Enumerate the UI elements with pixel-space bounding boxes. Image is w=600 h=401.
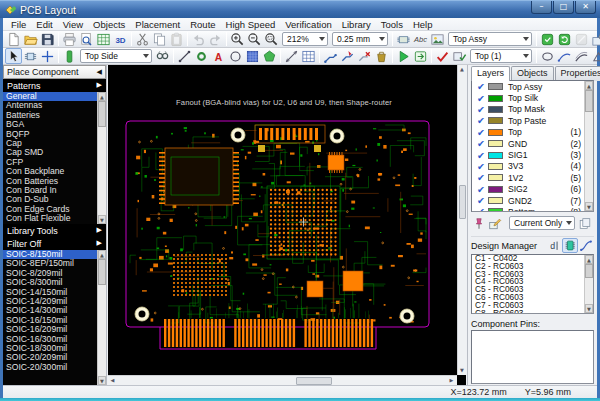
- titles-sheet-button[interactable]: [95, 31, 112, 47]
- layers-list[interactable]: ✔Top Assy✔Top Silk✔Top Mask✔Top Paste✔To…: [471, 80, 594, 212]
- expand-right-icon[interactable]: ▶: [97, 82, 102, 89]
- compare-button[interactable]: [451, 48, 468, 64]
- tab-layers[interactable]: Layers: [471, 66, 510, 81]
- layer-color-swatch[interactable]: [488, 208, 503, 212]
- scroll-down-icon[interactable]: ▼: [458, 366, 466, 375]
- layer-visible-check[interactable]: ✔: [474, 127, 488, 138]
- cut-button[interactable]: [134, 31, 151, 47]
- layer-row[interactable]: ✔GND(2): [472, 138, 593, 149]
- save-button[interactable]: [39, 31, 56, 47]
- dm-components-button[interactable]: [562, 238, 578, 253]
- scroll-up-icon[interactable]: ▲: [98, 250, 106, 259]
- menu-route[interactable]: Route: [185, 18, 220, 31]
- patterns-header[interactable]: Patterns ▶: [3, 79, 106, 92]
- footprints-list[interactable]: SOIC-8/150milSOIC-8EP/150milSOIC-8/209mi…: [3, 250, 106, 385]
- expand-right-icon[interactable]: ▶: [97, 227, 102, 234]
- layer-visible-check[interactable]: ✔: [474, 93, 488, 104]
- slope-button[interactable]: [590, 48, 600, 64]
- close-button[interactable]: ✕: [575, 1, 596, 14]
- layer-visible-check[interactable]: ✔: [474, 115, 488, 126]
- filter-header[interactable]: Filter Off ▶: [3, 237, 106, 250]
- layer-row[interactable]: ✔Top Silk: [472, 92, 593, 103]
- layer-row[interactable]: ✔GND2(7): [472, 195, 593, 206]
- text-tool-button[interactable]: A: [210, 48, 227, 64]
- array-tool-button[interactable]: [300, 48, 317, 64]
- layer-color-swatch[interactable]: [488, 152, 503, 159]
- smooth-all-button[interactable]: [573, 48, 590, 64]
- layer-color-swatch[interactable]: [488, 117, 503, 124]
- unroute-button[interactable]: [356, 48, 373, 64]
- verification-button[interactable]: [434, 48, 451, 64]
- scroll-down-icon[interactable]: ▼: [585, 304, 593, 313]
- canvas-vertical-scrollbar[interactable]: ▲ ▼: [457, 65, 466, 375]
- scroll-down-icon[interactable]: ▼: [98, 215, 106, 224]
- layer-visible-check[interactable]: ✔: [474, 104, 488, 115]
- line-tool-button[interactable]: [176, 48, 193, 64]
- picture-button[interactable]: [429, 31, 446, 47]
- new-button[interactable]: [5, 31, 22, 47]
- layer-edit-button[interactable]: [487, 216, 503, 231]
- smooth-trace-button[interactable]: [556, 48, 573, 64]
- view-3d-button[interactable]: 3D: [112, 31, 129, 47]
- tab-objects[interactable]: Objects: [511, 66, 554, 81]
- route-layer-select[interactable]: Top (1): [470, 49, 532, 63]
- scroll-down-icon[interactable]: ▼: [585, 202, 593, 211]
- scroll-left-icon[interactable]: ◀: [108, 376, 117, 385]
- layer-color-swatch[interactable]: [488, 106, 503, 113]
- list-scrollbar[interactable]: ▲▼: [97, 92, 106, 224]
- scroll-up-icon[interactable]: ▲: [98, 92, 106, 101]
- layer-visible-check[interactable]: ✔: [474, 206, 488, 212]
- layers-scrollbar[interactable]: ▲▼: [584, 81, 593, 211]
- circle-tool-button[interactable]: [227, 48, 244, 64]
- route-trace-button[interactable]: [322, 48, 339, 64]
- layer-row[interactable]: ✔Top Mask: [472, 104, 593, 115]
- board-side-select[interactable]: Top Side: [80, 49, 152, 63]
- zoom-in-button[interactable]: [229, 31, 246, 47]
- origin-tool-button[interactable]: [39, 48, 56, 64]
- title-bar[interactable]: PCB Layout – □ ✕: [0, 0, 600, 18]
- layer-row[interactable]: ✔SIG1(3): [472, 149, 593, 160]
- minimize-button[interactable]: –: [531, 1, 552, 14]
- grid-size-select[interactable]: 0.25 mm: [332, 32, 388, 46]
- scroll-up-icon[interactable]: ▲: [585, 81, 593, 90]
- layer-visible-check[interactable]: ✔: [474, 184, 488, 195]
- print-preview-button[interactable]: [78, 31, 95, 47]
- scroll-thumb[interactable]: [585, 264, 593, 278]
- polygon-tool-button[interactable]: [261, 48, 278, 64]
- zoom-window-button[interactable]: [263, 31, 280, 47]
- menu-placement[interactable]: Placement: [130, 18, 185, 31]
- layer-color-swatch[interactable]: [488, 140, 503, 147]
- layer-row[interactable]: ✔Bottom(8): [472, 206, 593, 212]
- layer-color-swatch[interactable]: [488, 197, 503, 204]
- layer-row[interactable]: ✔SIG2(6): [472, 184, 593, 195]
- scroll-up-icon[interactable]: ▲: [458, 65, 466, 74]
- open-button[interactable]: [22, 31, 39, 47]
- components-list[interactable]: C1 - C0402C2 - RC0603C3 - RC0603C4 - RC0…: [471, 254, 594, 314]
- layer-color-swatch[interactable]: [488, 83, 503, 90]
- menu-verification[interactable]: Verification: [280, 18, 336, 31]
- via-tool-button[interactable]: [193, 48, 210, 64]
- menu-library[interactable]: Library: [337, 18, 376, 31]
- dm-nets-button[interactable]: [578, 238, 594, 253]
- menu-edit[interactable]: Edit: [31, 18, 57, 31]
- copy-button[interactable]: [151, 31, 168, 47]
- scroll-up-icon[interactable]: ▲: [585, 255, 593, 264]
- layer-color-swatch[interactable]: [488, 174, 503, 181]
- scroll-right-icon[interactable]: ▶: [447, 376, 456, 385]
- run-export-button[interactable]: [412, 48, 429, 64]
- layer-row[interactable]: ✔Top Paste: [472, 115, 593, 126]
- collapse-left-icon[interactable]: ◀: [97, 69, 102, 76]
- canvas-horizontal-scrollbar[interactable]: ◀ ▶: [108, 375, 457, 385]
- scroll-thumb[interactable]: [585, 90, 593, 112]
- select-tool-button[interactable]: [5, 48, 22, 64]
- layer-setup-button[interactable]: [590, 31, 600, 47]
- copper-pour-tool-button[interactable]: [244, 48, 261, 64]
- component-tool-button[interactable]: [22, 48, 39, 64]
- redo-button[interactable]: [207, 31, 224, 47]
- layer-visible-check[interactable]: ✔: [474, 161, 488, 172]
- print-button[interactable]: [61, 31, 78, 47]
- board-side-indicator[interactable]: [61, 48, 78, 64]
- footprint-item[interactable]: SOIC-20/300mil: [3, 363, 106, 372]
- patterns-list[interactable]: GeneralAntennasBatteriesBGABQFPCapCap SM…: [3, 92, 106, 224]
- canvas-hscroll-thumb[interactable]: [296, 377, 332, 385]
